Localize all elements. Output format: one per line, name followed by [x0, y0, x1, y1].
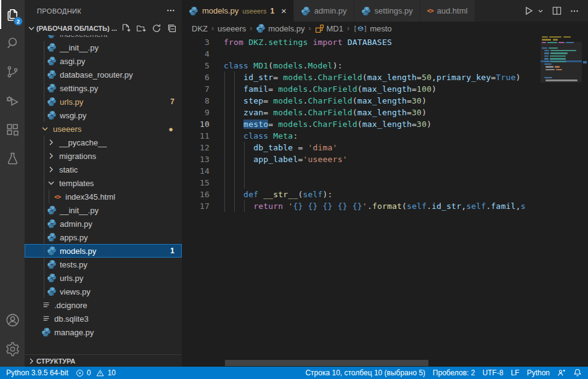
breadcrumb-item-models.py[interactable]: models.py: [256, 23, 304, 33]
indent-guide: [244, 165, 245, 177]
status-cursor-position[interactable]: Строка 10, столбец 10 (выбрано 5): [301, 367, 429, 379]
tree-item-label: useeers: [53, 124, 81, 134]
tree-item-admin.py[interactable]: admin.py: [25, 217, 182, 230]
status-python-version[interactable]: Python 3.9.5 64-bit: [2, 367, 72, 379]
tree-item-manage.py[interactable]: manage.py: [25, 325, 182, 339]
python-file-icon: [47, 110, 57, 120]
close-icon[interactable]: ×: [281, 6, 287, 15]
new-folder-icon[interactable]: [136, 23, 146, 33]
activity-item-account[interactable]: [0, 306, 25, 335]
breadcrumb-item-mesto[interactable]: []mesto: [353, 24, 392, 33]
feedback-icon: [557, 369, 566, 377]
tree-item-tests.py[interactable]: tests.py: [25, 258, 182, 271]
tree-item-label: urls.py: [60, 274, 83, 283]
split-editor-icon[interactable]: [552, 6, 562, 16]
activity-item-explorer[interactable]: 2: [0, 0, 25, 29]
indent-guide: [244, 177, 245, 189]
code-line: 8 step= models.CharField(max_length=30): [182, 95, 541, 107]
tree-folder-useeers[interactable]: useeers●: [25, 122, 182, 136]
tree-item-database_roouter.py[interactable]: database_roouter.py: [25, 68, 182, 81]
status-indentation[interactable]: Пробелов: 2: [429, 367, 479, 379]
activity-item-settings[interactable]: [0, 335, 25, 364]
tree-item-views.py[interactable]: views.py: [25, 285, 182, 298]
horizontal-scrollbar[interactable]: [225, 360, 428, 366]
breadcrumb-item-MD1[interactable]: MD1: [315, 24, 343, 33]
run-icon[interactable]: [523, 5, 534, 17]
python-file-icon: [47, 43, 57, 52]
tree-item-asgi.py[interactable]: asgi.py: [25, 54, 182, 68]
breadcrumb-item-useeers[interactable]: useeers: [218, 24, 246, 33]
activity-item-search[interactable]: [0, 29, 25, 58]
tree-folder-static[interactable]: static: [25, 163, 182, 176]
new-file-icon[interactable]: [121, 23, 131, 33]
status-feedback[interactable]: [553, 367, 570, 379]
code-text: app_label='useeers': [224, 153, 348, 165]
tree-item-indexelement[interactable]: indexelement: [25, 35, 182, 41]
tree-folder-__pycache__[interactable]: __pycache__: [25, 136, 182, 149]
tree-item-apps.py[interactable]: apps.py: [25, 230, 182, 244]
workspace-section-header[interactable]: (РАБОЧАЯ ОБЛАСТЬ) ...: [25, 22, 182, 35]
activity-item-run-debug[interactable]: [0, 87, 25, 116]
tree-item-label: manage.py: [54, 328, 94, 337]
tree-item-db.sqlite3[interactable]: db.sqlite3: [25, 312, 182, 325]
refresh-icon[interactable]: [152, 23, 161, 33]
bell-icon: [573, 369, 582, 377]
overview-selection-mark: [583, 61, 587, 63]
tree-folder-migrations[interactable]: migrations: [25, 149, 182, 163]
minimap-code-row: [544, 52, 549, 54]
tree-item-.dcignore[interactable]: .dcignore: [25, 298, 182, 312]
tree-item-__init__.py[interactable]: __init__.py: [25, 41, 182, 54]
code-line: 4: [182, 48, 541, 60]
status-notifications[interactable]: [570, 367, 586, 379]
tree-item-label: views.py: [60, 287, 91, 296]
tree-item-label: admin.py: [60, 219, 92, 229]
breadcrumb-item-DKZ[interactable]: DKZ: [192, 24, 208, 33]
tree-folder-templates[interactable]: templates: [25, 176, 182, 190]
code-editor[interactable]: 3from DKZ.settings import DATABASES45cla…: [182, 35, 588, 367]
python-file-icon: [47, 83, 57, 93]
status-language-mode[interactable]: Python: [523, 367, 553, 379]
error-icon: [76, 369, 84, 377]
indent-guide: [224, 165, 225, 177]
tree-item-urls.py[interactable]: urls.py7: [25, 95, 182, 108]
line-number: 3: [182, 36, 210, 48]
chevron-right-icon: [27, 356, 36, 366]
activity-item-testing[interactable]: [0, 145, 25, 174]
tree-item-__init__.py[interactable]: __init__.py: [25, 203, 182, 217]
code-line: 3from DKZ.settings import DATABASES: [182, 36, 541, 48]
run-dropdown-icon[interactable]: [537, 7, 544, 15]
more-actions-icon[interactable]: [570, 6, 579, 16]
tree-item-settings.py[interactable]: settings.py: [25, 81, 182, 95]
outline-section-label: СТРУКТУРА: [36, 357, 75, 365]
chevron-right-icon: [46, 165, 56, 174]
tab-aud.html[interactable]: <>aud.html: [420, 0, 475, 22]
minimap-code-row: [542, 42, 546, 43]
tree-item-label: __init__.py: [60, 43, 99, 52]
activity-item-source-control[interactable]: [0, 58, 25, 87]
minimap-code-row: [556, 69, 562, 70]
tab-models.py[interactable]: models.pyuseeers1×: [182, 0, 294, 22]
activity-item-extensions[interactable]: [0, 116, 25, 145]
tree-item-wsgi.py[interactable]: wsgi.py: [25, 108, 182, 122]
tree-item-models.py[interactable]: models.py1: [25, 244, 182, 258]
breadcrumb-separator: ›: [309, 24, 311, 33]
collapse-all-icon[interactable]: [167, 23, 177, 33]
status-eol[interactable]: LF: [507, 367, 523, 379]
editor-actions: [523, 0, 588, 22]
file-file-icon: [41, 314, 51, 324]
minimap[interactable]: [541, 35, 582, 367]
status-encoding[interactable]: UTF-8: [479, 367, 507, 379]
tab-settings.py[interactable]: settings.py: [354, 0, 420, 22]
status-problems[interactable]: 010: [72, 367, 120, 379]
more-actions-icon[interactable]: [166, 6, 176, 17]
tree-item-label: urls.py: [60, 97, 83, 107]
tree-item-label: __init__.py: [60, 206, 99, 215]
tree-item-urls.py[interactable]: urls.py: [25, 271, 182, 285]
minimap-code-row: [566, 42, 574, 43]
minimap-code-row: [550, 52, 568, 54]
line-number: 16: [182, 189, 210, 200]
outline-section-header[interactable]: СТРУКТУРА: [25, 354, 182, 367]
tab-admin.py[interactable]: admin.py: [294, 0, 354, 22]
line-number: 6: [182, 71, 210, 83]
tree-item-label: models.py: [60, 247, 96, 256]
